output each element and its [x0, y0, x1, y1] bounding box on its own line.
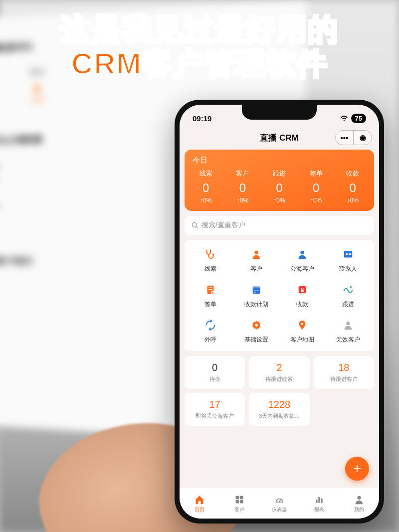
calendar-icon: [249, 282, 264, 297]
badge-icon: [341, 247, 356, 262]
svg-rect-27: [240, 500, 243, 503]
phone-frame: 09:19 75 直播 CRM ••• ◉ 今日 线索 0 ↑0%客户 0 ↑0…: [175, 100, 384, 524]
close-icon[interactable]: ◉: [354, 131, 372, 145]
svg-rect-24: [236, 496, 239, 499]
svg-rect-29: [316, 500, 317, 503]
module-收款[interactable]: ¥ 收款: [279, 282, 325, 309]
pin-icon: [295, 318, 310, 333]
gear-icon: [249, 318, 264, 333]
add-button[interactable]: +: [345, 457, 369, 481]
wifi-icon: [340, 115, 348, 121]
svg-rect-8: [349, 254, 352, 255]
svg-line-1: [197, 227, 198, 228]
stat-2[interactable]: 跟进 0 ↑0%: [261, 169, 298, 204]
nav-我的[interactable]: 我的: [339, 488, 379, 519]
bars-icon: [314, 494, 325, 505]
module-客户[interactable]: 客户: [233, 247, 279, 273]
svg-point-0: [193, 223, 197, 227]
svg-point-2: [212, 253, 214, 255]
person-icon: [249, 247, 264, 262]
task-card-4[interactable]: 1228 3天内到期收款...: [249, 393, 309, 426]
iphone-notch: [242, 105, 317, 120]
stat-1[interactable]: 客户 0 ↑0%: [224, 169, 261, 204]
svg-point-17: [254, 292, 255, 293]
svg-rect-30: [318, 497, 320, 503]
stat-4[interactable]: 收款 0 ↓0%: [334, 169, 371, 204]
doc-icon: [203, 282, 218, 297]
nav-仪表盘[interactable]: 仪表盘: [259, 488, 299, 519]
stat-3[interactable]: 签单 0 ↑0%: [298, 169, 335, 204]
svg-point-15: [254, 290, 255, 291]
search-input[interactable]: 搜索/查重客户: [185, 216, 374, 235]
module-跟进[interactable]: 跟进: [325, 282, 371, 309]
svg-rect-10: [208, 287, 212, 288]
nav-客户[interactable]: 客户: [219, 488, 259, 519]
cycle-icon: [203, 318, 218, 333]
module-线索[interactable]: 线索: [188, 247, 233, 273]
modules-grid: 线索 客户 公海客户 联系人 签单 收款计划¥ 收款 跟进 外呼 基础设置 客户…: [185, 240, 374, 351]
module-外呼[interactable]: 外呼: [188, 318, 233, 344]
svg-point-21: [255, 324, 258, 327]
status-time: 09:19: [193, 114, 211, 123]
stethoscope-icon: [203, 247, 218, 262]
svg-rect-31: [321, 498, 322, 503]
svg-point-6: [346, 253, 348, 256]
today-stats-card: 今日 线索 0 ↑0%客户 0 ↑0%跟进 0 ↑0%签单 0 ↑0%收款 0 …: [185, 150, 374, 211]
svg-point-3: [254, 251, 258, 254]
yen-icon: ¥: [295, 282, 310, 297]
stats-header[interactable]: 今日: [188, 156, 371, 169]
bottom-nav: 首页 客户 仪表盘 报表 我的: [180, 488, 379, 519]
module-收款计划[interactable]: 收款计划: [233, 282, 279, 309]
search-icon: [192, 222, 199, 229]
svg-rect-7: [349, 253, 352, 253]
task-card-3[interactable]: 17 即将丢公海客户: [185, 393, 245, 426]
person-icon: [295, 247, 310, 262]
module-无效客户[interactable]: 无效客户: [325, 318, 371, 344]
nav-首页[interactable]: 首页: [180, 488, 219, 519]
module-联系人[interactable]: 联系人: [325, 247, 371, 273]
svg-rect-26: [236, 500, 239, 503]
search-placeholder: 搜索/查重客户: [201, 221, 245, 230]
title-bar: 直播 CRM ••• ◉: [180, 128, 379, 148]
person-icon: [341, 318, 356, 333]
module-基础设置[interactable]: 基础设置: [233, 318, 279, 344]
svg-point-20: [350, 286, 352, 288]
grid-icon: [234, 494, 245, 505]
svg-point-16: [257, 290, 258, 291]
module-客户地图[interactable]: 客户地图: [279, 318, 325, 344]
page-title: 直播 CRM: [260, 132, 298, 144]
svg-rect-25: [240, 496, 243, 499]
wave-icon: [341, 282, 356, 297]
battery-level: 75: [351, 114, 366, 123]
task-card-2[interactable]: 18 待跟进客户: [314, 356, 374, 389]
task-card-0[interactable]: 0 待办: [185, 356, 245, 389]
svg-text:¥: ¥: [301, 287, 304, 294]
miniprogram-actions[interactable]: ••• ◉: [335, 130, 372, 145]
gauge-icon: [274, 494, 285, 505]
svg-rect-14: [253, 287, 260, 289]
nav-报表[interactable]: 报表: [299, 488, 339, 519]
headline-overlay: 这是我见过最好用的 CRM客户管理软件: [0, 12, 399, 81]
more-icon[interactable]: •••: [336, 131, 354, 145]
home-icon: [194, 494, 205, 505]
svg-rect-11: [208, 289, 212, 290]
module-公海客户[interactable]: 公海客户: [279, 247, 325, 273]
tasks-grid: 0 待办2 待跟进线索18 待跟进客户17 即将丢公海客户1228 3天内到期收…: [185, 356, 374, 426]
svg-point-4: [300, 251, 304, 254]
svg-point-32: [357, 496, 361, 499]
person-icon: [354, 494, 365, 505]
task-card-1[interactable]: 2 待跟进线索: [249, 356, 309, 389]
module-签单[interactable]: 签单: [188, 282, 233, 309]
svg-point-23: [346, 322, 350, 325]
svg-point-22: [301, 323, 304, 325]
stat-0[interactable]: 线索 0 ↑0%: [188, 169, 224, 204]
